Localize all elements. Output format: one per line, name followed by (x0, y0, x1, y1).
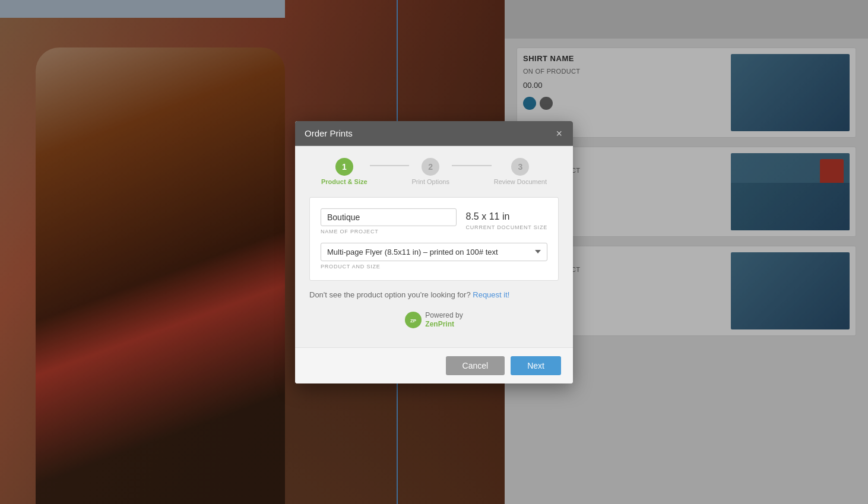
step-3-number: 3 (518, 161, 522, 171)
project-name-label: NAME OF PROJECT (321, 228, 457, 234)
step-line-1-2 (370, 164, 410, 166)
powered-by-brand: ZenPrint (425, 320, 454, 328)
project-name-input[interactable] (321, 208, 457, 226)
step-3-circle: 3 (511, 157, 529, 175)
close-button[interactable]: × (555, 128, 563, 138)
powered-by-brand2: Print (438, 320, 454, 328)
request-text: Don't see the product option you're look… (309, 290, 471, 299)
zenprint-logo-icon: ZP (407, 314, 419, 326)
form-area: NAME OF PROJECT 8.5 x 11 in CURRENT DOCU… (309, 196, 559, 280)
step-1: 1 Product & Size (321, 157, 368, 185)
step-3: 3 Review Document (494, 157, 547, 185)
powered-by: ZP Powered by ZenPrint (309, 299, 559, 335)
order-prints-modal: Order Prints × 1 Product & Size 2 Print … (295, 121, 573, 383)
next-button[interactable]: Next (511, 356, 561, 375)
request-line: Don't see the product option you're look… (309, 290, 559, 299)
steps-container: 1 Product & Size 2 Print Options 3 Revie… (309, 157, 559, 185)
product-size-select[interactable]: Multi-page Flyer (8.5x11 in) – printed o… (321, 242, 547, 261)
cancel-button[interactable]: Cancel (446, 356, 505, 375)
project-name-group: NAME OF PROJECT (321, 208, 457, 234)
request-link[interactable]: Request it! (473, 290, 509, 299)
step-2: 2 Print Options (411, 157, 449, 185)
modal-header: Order Prints × (295, 121, 573, 145)
doc-size-value: 8.5 x 11 in (466, 208, 510, 221)
step-1-label: Product & Size (321, 177, 368, 185)
doc-size-group: 8.5 x 11 in CURRENT DOCUMENT SIZE (466, 208, 547, 230)
form-top-row: NAME OF PROJECT 8.5 x 11 in CURRENT DOCU… (321, 208, 547, 234)
powered-by-brand1: Zen (425, 320, 438, 328)
modal-footer: Cancel Next (295, 347, 573, 383)
step-2-circle: 2 (422, 157, 439, 175)
doc-size-label: CURRENT DOCUMENT SIZE (466, 224, 547, 230)
modal-body: 1 Product & Size 2 Print Options 3 Revie… (295, 145, 573, 347)
step-3-label: Review Document (494, 177, 547, 185)
powered-by-prefix: Powered by (425, 310, 462, 319)
step-2-label: Print Options (411, 177, 449, 185)
step-2-number: 2 (428, 161, 433, 171)
step-line-2-3 (452, 164, 492, 166)
zenprint-logo: ZP (405, 312, 422, 328)
product-size-group: Multi-page Flyer (8.5x11 in) – printed o… (321, 242, 547, 269)
step-1-circle: 1 (335, 157, 353, 175)
modal-title: Order Prints (305, 128, 353, 138)
svg-text:ZP: ZP (410, 318, 417, 324)
powered-by-text: Powered by ZenPrint (425, 310, 462, 329)
product-size-label: PRODUCT AND SIZE (321, 263, 547, 269)
step-1-number: 1 (342, 161, 347, 171)
